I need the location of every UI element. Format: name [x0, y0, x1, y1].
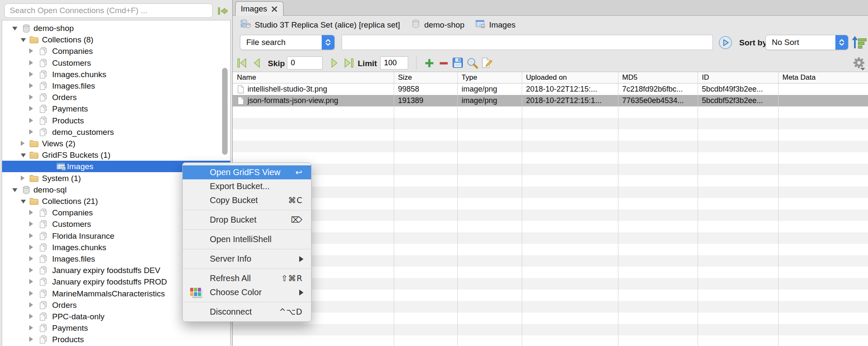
- tree-item-customers[interactable]: Customers: [2, 57, 230, 69]
- skip-label: Skip: [268, 59, 285, 68]
- chevron-expanded-icon[interactable]: [21, 200, 26, 204]
- chevron-collapsed-icon[interactable]: [29, 60, 33, 65]
- cell-uploaded-on: 2018-10-22T12:15:...: [522, 84, 618, 95]
- column-header-md5[interactable]: MD5: [618, 72, 698, 84]
- view-file-icon[interactable]: [466, 57, 479, 69]
- remove-file-icon[interactable]: [438, 58, 449, 69]
- tree-item-payments[interactable]: Payments: [2, 322, 230, 334]
- tree-item-gridfs-buckets-1[interactable]: GridFS Buckets (1): [2, 149, 230, 161]
- column-divider[interactable]: [457, 72, 458, 346]
- chevron-collapsed-icon[interactable]: [29, 256, 33, 261]
- menu-item-open-intellishell[interactable]: Open IntelliShell: [183, 232, 311, 246]
- sort-order-icon[interactable]: [851, 35, 867, 50]
- tree-item-images-files[interactable]: Images.files: [2, 80, 230, 92]
- table-row[interactable]: intellishell-studio-3t.png99858image/png…: [233, 84, 868, 95]
- tab-images[interactable]: Images: [235, 1, 284, 16]
- column-header-uploaded-on[interactable]: Uploaded on: [522, 72, 618, 84]
- tree-item-label: Images.chunks: [52, 69, 106, 80]
- search-type-value: File search: [240, 38, 322, 47]
- column-divider[interactable]: [778, 72, 779, 346]
- chevron-expanded-icon[interactable]: [21, 38, 26, 42]
- chevron-collapsed-icon[interactable]: [29, 118, 33, 123]
- tree-item-images-chunks[interactable]: Images.chunks: [2, 69, 230, 80]
- tree-item-orders[interactable]: Orders: [2, 92, 230, 103]
- column-header-size[interactable]: Size: [394, 72, 457, 84]
- chevron-expanded-icon[interactable]: [21, 153, 26, 157]
- chevron-collapsed-icon[interactable]: [29, 325, 33, 330]
- chevron-collapsed-icon[interactable]: [21, 176, 25, 181]
- chevron-collapsed-icon[interactable]: [29, 337, 33, 342]
- sort-select[interactable]: No Sort: [765, 35, 849, 50]
- column-divider[interactable]: [522, 72, 522, 346]
- first-page-icon[interactable]: [236, 58, 248, 68]
- submenu-arrow-icon: [299, 256, 303, 262]
- context-menu: Open GridFS View↩Export Bucket...Copy Bu…: [182, 162, 312, 322]
- chevron-collapsed-icon[interactable]: [29, 268, 33, 273]
- previous-page-icon[interactable]: [252, 58, 262, 68]
- menu-item-copy-bucket[interactable]: Copy Bucket⌘C: [183, 193, 311, 207]
- tree-item-demo-shop[interactable]: demo-shop: [2, 22, 230, 34]
- chevron-collapsed-icon[interactable]: [29, 302, 33, 307]
- menu-item-choose-color[interactable]: Choose Color: [183, 285, 311, 299]
- menu-item-export-bucket[interactable]: Export Bucket...: [183, 179, 311, 193]
- column-divider[interactable]: [698, 72, 698, 346]
- menu-shortcut: ^⌥D: [279, 305, 303, 319]
- close-icon[interactable]: [271, 6, 278, 13]
- tree-item-collections-8[interactable]: Collections (8): [2, 34, 230, 45]
- chevron-collapsed-icon[interactable]: [29, 314, 33, 319]
- tree-item-views-2[interactable]: Views (2): [2, 138, 230, 149]
- chevron-collapsed-icon[interactable]: [29, 129, 33, 134]
- breadcrumb-item-demo-shop[interactable]: demo-shop: [411, 19, 465, 31]
- column-header-name[interactable]: Name: [233, 72, 394, 84]
- menu-item-open-gridfs-view[interactable]: Open GridFS View↩: [183, 165, 311, 179]
- chevron-collapsed-icon[interactable]: [29, 210, 33, 215]
- chevron-collapsed-icon[interactable]: [29, 221, 33, 226]
- next-page-icon[interactable]: [329, 58, 339, 68]
- empty-row: [233, 175, 868, 187]
- skip-input[interactable]: [287, 56, 323, 70]
- chevron-expanded-icon[interactable]: [12, 27, 17, 31]
- search-type-select[interactable]: File search: [240, 35, 335, 50]
- gridfs-search-input[interactable]: [342, 35, 713, 50]
- column-header-id[interactable]: ID: [698, 72, 778, 84]
- last-page-icon[interactable]: [342, 58, 354, 68]
- column-divider[interactable]: [618, 72, 618, 346]
- chevron-expanded-icon[interactable]: [12, 188, 17, 192]
- chevron-collapsed-icon[interactable]: [29, 291, 33, 296]
- chevron-collapsed-icon[interactable]: [29, 48, 33, 53]
- tree-item-products[interactable]: Products: [2, 115, 230, 126]
- column-header-type[interactable]: Type: [457, 72, 522, 84]
- edit-document-icon[interactable]: [481, 57, 493, 69]
- chevron-collapsed-icon[interactable]: [29, 72, 33, 77]
- tree-scrollbar[interactable]: [222, 68, 228, 155]
- menu-item-server-info[interactable]: Server Info: [183, 252, 311, 266]
- breadcrumb-item-studio-3t-replica-set-alice-replica-set[interactable]: Studio 3T Replica Set (alice) [replica s…: [240, 19, 400, 31]
- chevron-collapsed-icon[interactable]: [29, 83, 33, 88]
- menu-item-disconnect[interactable]: Disconnect^⌥D: [183, 305, 311, 319]
- column-divider[interactable]: [394, 72, 394, 346]
- limit-input[interactable]: [380, 56, 408, 70]
- tree-item-products[interactable]: Products: [2, 334, 230, 345]
- gear-icon[interactable]: [851, 56, 866, 71]
- column-header-meta-data[interactable]: Meta Data: [778, 72, 868, 84]
- tree-item-demo-customers[interactable]: demo_customers: [2, 126, 230, 138]
- chevron-collapsed-icon[interactable]: [29, 106, 33, 111]
- tree-item-companies[interactable]: Companies: [2, 45, 230, 57]
- save-file-icon[interactable]: [452, 57, 464, 69]
- chevron-collapsed-icon[interactable]: [29, 233, 33, 238]
- menu-item-refresh-all[interactable]: Refresh All⇧⌘R: [183, 271, 311, 285]
- connection-search-input[interactable]: [4, 3, 213, 18]
- chevron-collapsed-icon[interactable]: [29, 245, 33, 250]
- breadcrumb-item-images[interactable]: Images: [476, 20, 515, 31]
- chevron-collapsed-icon[interactable]: [21, 141, 25, 146]
- empty-row: [233, 267, 868, 278]
- table-row[interactable]: json-formats-json-view.png191389image/pn…: [233, 95, 868, 106]
- menu-item-drop-bucket[interactable]: Drop Bucket⌦: [183, 213, 311, 227]
- tree-item-payments[interactable]: Payments: [2, 103, 230, 114]
- run-search-icon[interactable]: [718, 36, 732, 50]
- add-file-icon[interactable]: [424, 58, 435, 69]
- collapse-panel-icon[interactable]: [217, 6, 228, 16]
- menu-item-label: Open IntelliShell: [210, 234, 272, 244]
- chevron-collapsed-icon[interactable]: [29, 279, 33, 284]
- chevron-collapsed-icon[interactable]: [29, 95, 33, 100]
